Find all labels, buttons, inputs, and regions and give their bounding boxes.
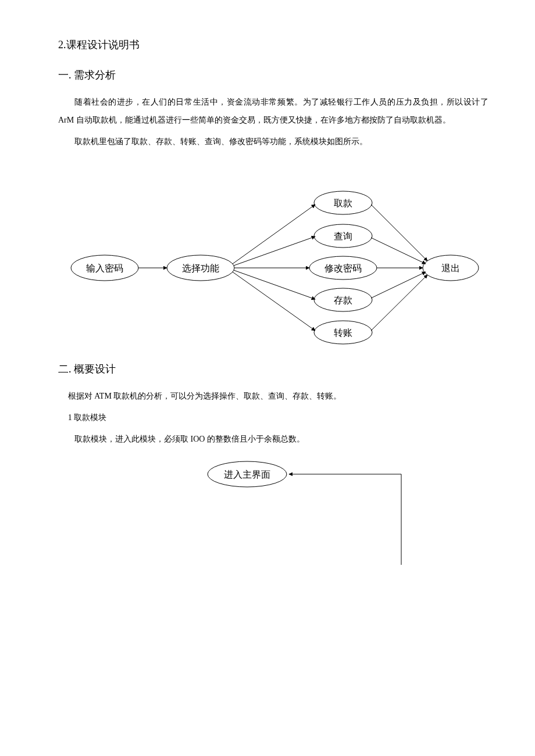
heading-section-1: 一. 需求分析 — [58, 68, 488, 82]
document-page: 2.课程设计说明书 一. 需求分析 随着社会的进步，在人们的日常生活中，资金流动… — [0, 0, 535, 756]
arrow-select-to-query — [234, 237, 315, 266]
arrow-select-to-transfer — [233, 272, 315, 331]
arrow-transfer-to-exit — [371, 275, 427, 331]
paragraph-1: 随着社会的进步，在人们的日常生活中，资金流动非常频繁。为了减轻银行工作人员的压力… — [58, 94, 488, 130]
node-change-pwd-label: 修改密码 — [324, 263, 362, 273]
arrow-select-to-deposit — [234, 270, 315, 299]
paragraph-5: 取款模块，进入此模块，必须取 IOO 的整数倍且小于余额总数。 — [58, 431, 488, 449]
node-select-fn-label: 选择功能 — [182, 263, 219, 273]
node-query-label: 查询 — [334, 231, 352, 241]
paragraph-4: 1 取款模块 — [58, 409, 488, 427]
arrow-withdraw-to-exit — [371, 205, 427, 261]
node-enter-main-label: 进入主界面 — [224, 470, 270, 479]
node-withdraw-label: 取款 — [334, 198, 352, 208]
heading-section-2: 二. 概要设计 — [58, 362, 488, 376]
paragraph-3: 根据对 ATM 取款机的分析，可以分为选择操作、取款、查询、存款、转账。 — [58, 388, 488, 406]
diagram-system-modules: 输入密码 选择功能 取款 查询 修改密码 存款 转账 退出 — [64, 180, 483, 350]
arrow-select-to-withdraw — [233, 205, 315, 264]
node-transfer-label: 转账 — [334, 328, 352, 338]
node-input-pwd-label: 输入密码 — [86, 263, 123, 273]
paragraph-2: 取款机里包涵了取款、存款、转账、查询、修改密码等功能，系统模块如图所示。 — [58, 133, 488, 151]
node-exit-label: 退出 — [441, 263, 460, 273]
heading-main: 2.课程设计说明书 — [58, 38, 488, 52]
diagram-withdraw-module: 进入主界面 — [186, 460, 407, 567]
node-deposit-label: 存款 — [334, 295, 352, 305]
